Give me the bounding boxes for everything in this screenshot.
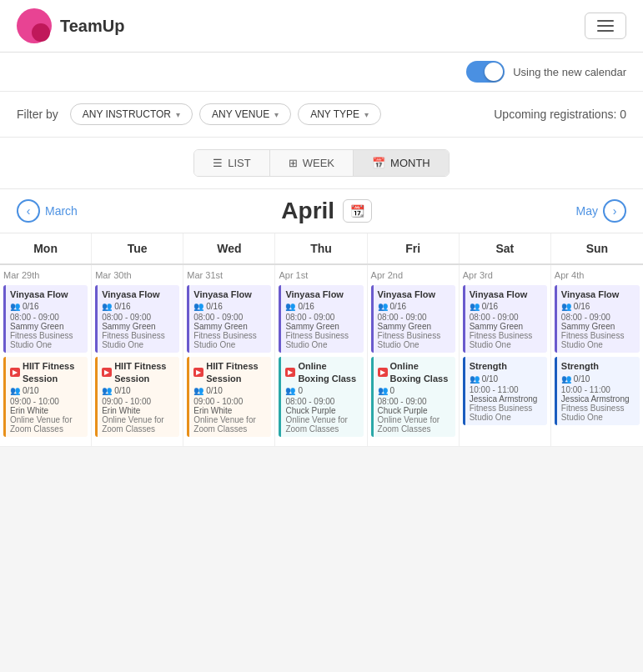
event-time: 08:00 - 09:00 bbox=[470, 313, 543, 322]
event-boxing[interactable]: ▶ Online Boxing Class 👥 0 08:00 - 09:00 … bbox=[279, 357, 363, 437]
prev-month-button[interactable]: ‹ March bbox=[17, 199, 78, 223]
people-icon: 👥 bbox=[285, 386, 295, 395]
event-instructor: Sammy Green bbox=[561, 322, 635, 331]
event-strength[interactable]: Strength 👥 0/10 10:00 - 11:00 Jessica Ar… bbox=[555, 357, 640, 424]
event-time: 10:00 - 11:00 bbox=[470, 385, 543, 394]
filter-bar: Filter by ANY INSTRUCTOR ▾ ANY VENUE ▾ A… bbox=[0, 92, 643, 138]
event-venue: Online Venue for Zoom Classes bbox=[193, 415, 267, 434]
event-hiit[interactable]: ▶ HIIT Fitness Session 👥 0/10 09:00 - 10… bbox=[187, 357, 271, 437]
grid-icon: ⊞ bbox=[289, 157, 298, 169]
event-instructor: Sammy Green bbox=[470, 322, 543, 331]
event-room: Studio One bbox=[470, 340, 543, 349]
logo-icon bbox=[17, 8, 52, 43]
event-hiit[interactable]: ▶ HIIT Fitness Session 👥 0/10 09:00 - 10… bbox=[95, 357, 179, 437]
people-icon: 👥 bbox=[193, 386, 203, 395]
toggle-label: Using the new calendar bbox=[513, 66, 626, 78]
event-vinyasa-flow[interactable]: Vinyasa Flow 👥 0/16 08:00 - 09:00 Sammy … bbox=[279, 285, 363, 353]
event-hiit[interactable]: ▶ HIIT Fitness Session 👥 0/10 09:00 - 10… bbox=[3, 357, 88, 437]
chevron-down-icon: ▾ bbox=[176, 110, 180, 119]
event-venue: Fitness Business bbox=[378, 331, 451, 340]
toggle-knob bbox=[485, 63, 503, 81]
event-venue: Fitness Business bbox=[470, 404, 543, 413]
filter-label: Filter by bbox=[17, 108, 58, 121]
event-title: HIIT Fitness Session bbox=[114, 360, 175, 384]
day-header-sat: Sat bbox=[460, 233, 551, 263]
chevron-down-icon: ▾ bbox=[364, 110, 369, 119]
event-time: 09:00 - 10:00 bbox=[193, 397, 267, 406]
people-icon: 👥 bbox=[561, 302, 571, 311]
event-time: 08:00 - 09:00 bbox=[10, 313, 83, 322]
day-date: Apr 1st bbox=[279, 270, 363, 280]
type-filter-label: ANY TYPE bbox=[310, 108, 359, 120]
type-filter-button[interactable]: ANY TYPE ▾ bbox=[298, 103, 381, 125]
event-venue: Fitness Business bbox=[470, 331, 543, 340]
people-icon: 👥 bbox=[102, 302, 112, 311]
day-header-mon: Mon bbox=[0, 233, 92, 263]
venue-filter-label: ANY VENUE bbox=[212, 108, 269, 120]
calendar-nav: ‹ March April 📆 May › bbox=[0, 189, 643, 233]
event-spots: 👥 0/16 bbox=[561, 302, 635, 311]
event-title: Online Boxing Class bbox=[298, 360, 359, 384]
venue-filter-button[interactable]: ANY VENUE ▾ bbox=[199, 103, 291, 125]
next-month-label: May bbox=[576, 204, 598, 218]
event-title: Strength bbox=[561, 360, 635, 372]
event-title: Strength bbox=[470, 360, 543, 372]
event-room: Studio One bbox=[10, 340, 83, 349]
event-instructor: Jessica Armstrong bbox=[470, 394, 543, 404]
instructor-filter-label: ANY INSTRUCTOR bbox=[83, 108, 171, 120]
event-time: 09:00 - 10:00 bbox=[102, 397, 175, 406]
event-venue: Fitness Business bbox=[193, 331, 267, 340]
video-icon: ▶ bbox=[285, 368, 295, 377]
day-header-thu: Thu bbox=[275, 233, 367, 263]
event-time: 08:00 - 09:00 bbox=[193, 313, 267, 322]
event-instructor: Erin White bbox=[193, 406, 267, 415]
filter-buttons: ANY INSTRUCTOR ▾ ANY VENUE ▾ ANY TYPE ▾ bbox=[70, 103, 381, 125]
event-vinyasa-flow[interactable]: Vinyasa Flow 👥 0/16 08:00 - 09:00 Sammy … bbox=[187, 285, 271, 353]
event-room: Studio One bbox=[561, 340, 635, 349]
hamburger-line-3 bbox=[597, 30, 614, 32]
day-cell-mar31: Mar 31st Vinyasa Flow 👥 0/16 08:00 - 09:… bbox=[183, 265, 275, 446]
logo-icon-inner bbox=[32, 23, 50, 42]
event-vinyasa-flow[interactable]: Vinyasa Flow 👥 0/16 08:00 - 09:00 Sammy … bbox=[95, 285, 179, 353]
day-header-sun: Sun bbox=[551, 233, 643, 263]
people-icon: 👥 bbox=[10, 302, 20, 311]
event-instructor: Sammy Green bbox=[10, 322, 83, 331]
event-venue: Fitness Business bbox=[561, 404, 635, 413]
day-date: Apr 2nd bbox=[371, 270, 455, 280]
event-time: 09:00 - 10:00 bbox=[10, 397, 83, 406]
event-spots: 👥 0 bbox=[378, 386, 451, 395]
next-month-button[interactable]: May › bbox=[576, 199, 626, 223]
calendar-picker-button[interactable]: 📆 bbox=[343, 199, 372, 223]
event-time: 08:00 - 09:00 bbox=[378, 313, 451, 322]
instructor-filter-button[interactable]: ANY INSTRUCTOR ▾ bbox=[70, 103, 193, 125]
event-vinyasa-flow[interactable]: Vinyasa Flow 👥 0/16 08:00 - 09:00 Sammy … bbox=[371, 285, 455, 353]
event-room: Studio One bbox=[561, 413, 635, 422]
event-room: Studio One bbox=[285, 340, 359, 349]
tab-list[interactable]: ☰ LIST bbox=[194, 150, 269, 176]
event-spots: 👥 0 bbox=[285, 386, 359, 395]
event-venue: Fitness Business bbox=[561, 331, 635, 340]
chevron-down-icon: ▾ bbox=[274, 110, 279, 119]
calendar-icon: 📅 bbox=[372, 157, 385, 169]
event-venue: Fitness Business bbox=[10, 331, 83, 340]
tab-month[interactable]: 📅 MONTH bbox=[354, 150, 449, 176]
day-date: Mar 30th bbox=[95, 270, 179, 280]
event-room: Studio One bbox=[193, 340, 267, 349]
toggle-bar: Using the new calendar bbox=[0, 53, 643, 92]
event-instructor: Sammy Green bbox=[102, 322, 175, 331]
event-strength[interactable]: Strength 👥 0/10 10:00 - 11:00 Jessica Ar… bbox=[463, 357, 547, 424]
event-boxing[interactable]: ▶ Online Boxing Class 👥 0 08:00 - 09:00 … bbox=[371, 357, 455, 437]
event-vinyasa-flow[interactable]: Vinyasa Flow 👥 0/16 08:00 - 09:00 Sammy … bbox=[3, 285, 88, 353]
tab-week[interactable]: ⊞ WEEK bbox=[270, 150, 354, 176]
event-time: 08:00 - 09:00 bbox=[378, 397, 451, 406]
event-title: HIIT Fitness Session bbox=[23, 360, 83, 384]
event-spots: 👥 0/10 bbox=[470, 374, 543, 384]
event-vinyasa-flow[interactable]: Vinyasa Flow 👥 0/16 08:00 - 09:00 Sammy … bbox=[463, 285, 547, 353]
event-vinyasa-flow[interactable]: Vinyasa Flow 👥 0/16 08:00 - 09:00 Sammy … bbox=[555, 285, 640, 353]
hamburger-button[interactable] bbox=[585, 13, 626, 39]
new-calendar-toggle[interactable] bbox=[466, 61, 505, 83]
current-month-title: April 📆 bbox=[281, 198, 372, 224]
app-name: TeamUp bbox=[60, 17, 124, 36]
event-venue: Online Venue for Zoom Classes bbox=[10, 415, 83, 434]
calendar-picker-icon: 📆 bbox=[350, 204, 364, 218]
